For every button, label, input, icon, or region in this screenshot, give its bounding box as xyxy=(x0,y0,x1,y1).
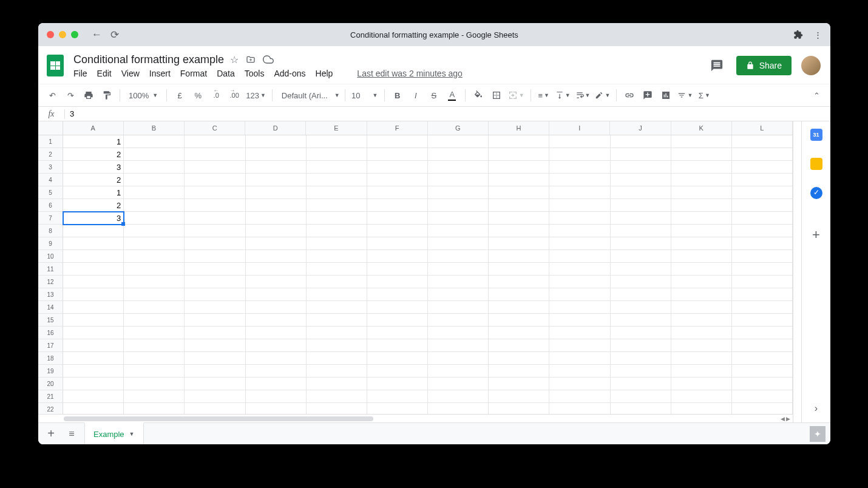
cell[interactable] xyxy=(246,365,307,378)
cell[interactable] xyxy=(307,352,367,365)
row-header[interactable]: 7 xyxy=(38,212,63,225)
cell[interactable] xyxy=(549,135,610,148)
cell[interactable] xyxy=(63,327,124,339)
cell[interactable] xyxy=(307,135,367,148)
cell[interactable] xyxy=(611,301,671,314)
cell[interactable] xyxy=(124,212,185,225)
calendar-icon[interactable] xyxy=(810,129,822,141)
paint-format-button[interactable] xyxy=(99,87,115,103)
row-header[interactable]: 11 xyxy=(38,263,63,276)
cell[interactable] xyxy=(732,135,793,148)
cell[interactable] xyxy=(246,174,307,186)
cell[interactable] xyxy=(367,314,428,327)
menu-addons[interactable]: Add-ons xyxy=(274,69,305,78)
cell[interactable] xyxy=(671,148,732,161)
cell[interactable] xyxy=(549,199,610,212)
cell[interactable] xyxy=(611,225,671,237)
cell[interactable] xyxy=(549,250,610,263)
cell[interactable] xyxy=(185,403,245,414)
cell[interactable] xyxy=(489,378,549,390)
cell[interactable] xyxy=(428,301,489,314)
cell[interactable] xyxy=(428,263,489,276)
fx-icon[interactable]: fx xyxy=(38,109,65,119)
cell[interactable] xyxy=(489,263,549,276)
cell[interactable] xyxy=(246,237,307,250)
cell[interactable] xyxy=(671,199,732,212)
cell[interactable] xyxy=(63,314,124,327)
row-header[interactable]: 13 xyxy=(38,288,63,301)
cell[interactable] xyxy=(732,161,793,174)
cell[interactable] xyxy=(367,250,428,263)
cell[interactable] xyxy=(732,174,793,186)
cell[interactable] xyxy=(367,186,428,199)
cell[interactable] xyxy=(185,327,245,339)
currency-button[interactable]: £ xyxy=(172,87,188,103)
cell[interactable] xyxy=(124,161,185,174)
cell[interactable] xyxy=(671,212,732,225)
insert-comment-button[interactable] xyxy=(640,87,656,103)
menu-view[interactable]: View xyxy=(121,69,140,78)
cell[interactable] xyxy=(549,225,610,237)
row-header[interactable]: 16 xyxy=(38,327,63,339)
cell[interactable] xyxy=(307,186,367,199)
cell[interactable] xyxy=(489,301,549,314)
cell[interactable] xyxy=(246,263,307,276)
cell[interactable] xyxy=(611,378,671,390)
column-header-h[interactable]: H xyxy=(489,121,549,135)
cell[interactable] xyxy=(428,339,489,352)
cell[interactable] xyxy=(307,250,367,263)
cell[interactable] xyxy=(246,339,307,352)
row-header[interactable]: 22 xyxy=(38,403,63,414)
cell[interactable] xyxy=(367,403,428,414)
strikethrough-button[interactable]: S xyxy=(426,87,442,103)
cell[interactable] xyxy=(185,212,245,225)
menu-tools[interactable]: Tools xyxy=(245,69,265,78)
browser-back-button[interactable]: ← xyxy=(92,29,102,41)
window-maximize-button[interactable] xyxy=(71,31,78,38)
cell[interactable] xyxy=(671,186,732,199)
cell[interactable] xyxy=(549,148,610,161)
browser-menu-icon[interactable]: ⋮ xyxy=(814,30,822,39)
cell[interactable] xyxy=(246,288,307,301)
cell[interactable] xyxy=(185,288,245,301)
row-header[interactable]: 1 xyxy=(38,135,63,148)
cell[interactable] xyxy=(185,225,245,237)
cell[interactable] xyxy=(63,378,124,390)
hide-side-panel-button[interactable]: › xyxy=(815,403,818,414)
functions-button[interactable]: Σ▼ xyxy=(696,87,712,103)
cell[interactable] xyxy=(489,135,549,148)
cell[interactable] xyxy=(307,276,367,288)
cell[interactable] xyxy=(489,314,549,327)
cell[interactable] xyxy=(611,327,671,339)
cell[interactable]: 1 xyxy=(63,135,124,148)
all-sheets-button[interactable]: ≡ xyxy=(64,426,80,442)
cell[interactable] xyxy=(549,403,610,414)
cell[interactable] xyxy=(367,161,428,174)
cell[interactable] xyxy=(611,339,671,352)
column-header-j[interactable]: J xyxy=(610,121,671,135)
cell[interactable] xyxy=(732,276,793,288)
cell[interactable] xyxy=(185,250,245,263)
cell[interactable] xyxy=(307,225,367,237)
cell[interactable] xyxy=(307,378,367,390)
cell[interactable] xyxy=(63,225,124,237)
horizontal-scrollbar[interactable]: ◀▶ xyxy=(38,414,793,422)
cell[interactable] xyxy=(124,225,185,237)
row-header[interactable]: 3 xyxy=(38,161,63,174)
cell[interactable] xyxy=(732,199,793,212)
column-header-g[interactable]: G xyxy=(428,121,489,135)
column-header-c[interactable]: C xyxy=(185,121,245,135)
cell[interactable] xyxy=(549,174,610,186)
cell[interactable] xyxy=(489,174,549,186)
text-rotation-button[interactable]: ▼ xyxy=(594,87,611,103)
cell[interactable] xyxy=(63,301,124,314)
cell[interactable] xyxy=(124,186,185,199)
cell[interactable] xyxy=(549,352,610,365)
cell[interactable] xyxy=(671,174,732,186)
cell[interactable] xyxy=(367,327,428,339)
cell[interactable] xyxy=(611,263,671,276)
cell[interactable] xyxy=(489,186,549,199)
insert-chart-button[interactable] xyxy=(658,87,674,103)
cell[interactable] xyxy=(489,339,549,352)
cell[interactable] xyxy=(611,199,671,212)
